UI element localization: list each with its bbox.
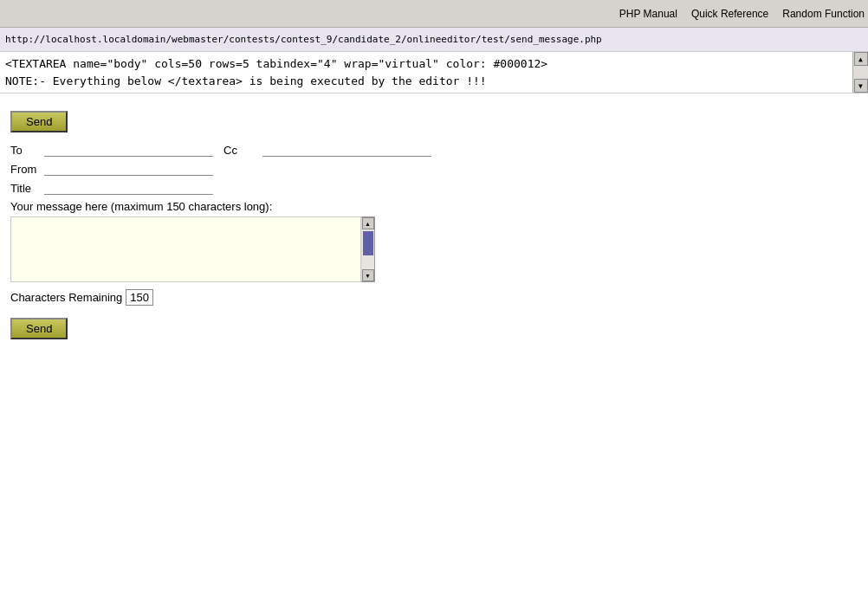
chars-remaining-row: Characters Remaining 150 (10, 289, 858, 306)
title-row: Title (10, 181, 858, 195)
php-manual-link[interactable]: PHP Manual (619, 8, 677, 20)
cc-input[interactable] (262, 143, 431, 157)
msg-scroll-thumb (363, 231, 373, 255)
url-text: http://localhost.localdomain/webmaster/c… (5, 34, 602, 45)
title-label: Title (10, 182, 41, 195)
top-nav-bar: PHP Manual Quick Reference Random Functi… (0, 0, 868, 28)
send-btn-1-container: Send (10, 106, 858, 138)
to-input[interactable] (44, 143, 213, 157)
message-scrollbar[interactable]: ▲ ▼ (361, 216, 375, 282)
code-text: <TEXTAREA name="body" cols=50 rows=5 tab… (0, 52, 852, 93)
code-line1: <TEXTAREA name="body" cols=50 rows=5 tab… (5, 57, 547, 70)
from-input[interactable] (44, 162, 213, 176)
msg-scroll-track (362, 229, 374, 269)
send-btn-2-container: Send (10, 313, 858, 345)
to-cc-row: To Cc (10, 143, 858, 157)
msg-scroll-down-btn[interactable]: ▼ (362, 269, 374, 281)
cc-label: Cc (223, 144, 254, 157)
quick-reference-link[interactable]: Quick Reference (691, 8, 768, 20)
to-label: To (10, 144, 41, 157)
scroll-up-btn[interactable]: ▲ (854, 52, 868, 66)
message-area: ▲ ▼ (10, 216, 858, 282)
message-textarea[interactable] (10, 216, 361, 282)
title-input[interactable] (44, 181, 213, 195)
from-label: From (10, 163, 41, 176)
code-display-area: <TEXTAREA name="body" cols=50 rows=5 tab… (0, 52, 868, 94)
send-button-top[interactable]: Send (10, 111, 68, 132)
from-row: From (10, 162, 858, 176)
form-area: Send To Cc From Title Your message here … (0, 94, 868, 355)
send-button-bottom[interactable]: Send (10, 318, 68, 339)
url-bar: http://localhost.localdomain/webmaster/c… (0, 28, 868, 52)
code-line2: NOTE:- Everything below </textarea> is b… (5, 74, 487, 87)
scroll-down-btn[interactable]: ▼ (854, 79, 868, 93)
msg-scroll-up-btn[interactable]: ▲ (362, 217, 374, 229)
message-label: Your message here (maximum 150 character… (10, 200, 858, 213)
code-scrollbar[interactable]: ▲ ▼ (852, 52, 868, 93)
chars-count-display: 150 (126, 289, 153, 306)
chars-remaining-label: Characters Remaining (10, 291, 122, 304)
random-function-link[interactable]: Random Function (782, 8, 865, 20)
